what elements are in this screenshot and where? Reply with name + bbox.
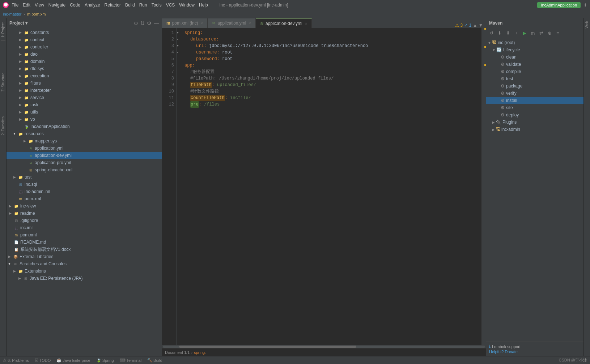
tree-item-service[interactable]: ▶ 📁 service bbox=[7, 94, 162, 101]
horizontal-scrollbar[interactable] bbox=[162, 345, 486, 348]
tree-item-dao[interactable]: ▶ 📁 dao bbox=[7, 51, 162, 58]
maven-item-test[interactable]: ▶ ⚙ test bbox=[486, 75, 583, 82]
maven-item-inc-root[interactable]: ▼ 🏗 inc (root) bbox=[486, 39, 583, 46]
tree-item-extlibs[interactable]: ▶ 📦 External Libraries bbox=[7, 253, 162, 260]
maven-item-plugins[interactable]: ▶ 🔌 Plugins bbox=[486, 119, 583, 126]
menu-tools[interactable]: Tools bbox=[152, 3, 162, 8]
maven-skip-tests-btn[interactable]: m bbox=[529, 30, 536, 37]
tree-item-gitignore[interactable]: ▶ ⊡ .gitignore bbox=[7, 217, 162, 224]
status-javaenterprise[interactable]: ☕ Java Enterprise bbox=[56, 358, 90, 363]
tree-item-dtosys[interactable]: ▶ 📁 dto.sys bbox=[7, 65, 162, 72]
project-tree[interactable]: ▶ 📁 constants ▶ 📁 context ▶ 📁 controller bbox=[7, 28, 162, 356]
menu-window[interactable]: Window bbox=[179, 3, 195, 8]
strip-project[interactable]: 1: Project bbox=[0, 21, 6, 39]
breadcrumb-root[interactable]: inc-master bbox=[3, 12, 21, 16]
run-button[interactable]: IncAdminApplication bbox=[537, 2, 581, 8]
maven-item-verify[interactable]: ▶ ⚙ verify bbox=[486, 90, 583, 97]
maven-item-inc-admin[interactable]: ▶ 🏗 inc-admin bbox=[486, 126, 583, 133]
menu-navigate[interactable]: Navigate bbox=[48, 3, 65, 8]
tab-appdevyml[interactable]: ≋ application-dev.yml × bbox=[256, 18, 312, 28]
maven-tree[interactable]: ▼ 🏗 inc (root) ▼ 🔄 Lifecycle ▶ ⚙ clean bbox=[486, 38, 583, 342]
fold-marker-12[interactable]: ▾ bbox=[177, 49, 182, 56]
menu-edit[interactable]: Edit bbox=[23, 3, 30, 8]
tree-item-readme[interactable]: ▶ 📁 readme bbox=[7, 210, 162, 217]
tree-item-incadminiml[interactable]: ▶ ⬚ inc-admin.iml bbox=[7, 188, 162, 195]
tree-item-filters[interactable]: ▶ 📁 filters bbox=[7, 80, 162, 87]
close-panel-icon[interactable]: — bbox=[154, 20, 159, 26]
sort-icon[interactable]: ⇅ bbox=[140, 20, 145, 26]
tab-appyml-close[interactable]: × bbox=[249, 21, 251, 25]
chevron-up-icon[interactable]: ▲ bbox=[473, 23, 477, 28]
tree-item-docx[interactable]: ▶ 📋 系统安装部署文档V1.docx bbox=[7, 246, 162, 253]
menu-bar[interactable]: File Edit View Navigate Code Analyze Ref… bbox=[12, 3, 208, 8]
maven-collapse-btn[interactable]: ≡ bbox=[554, 30, 561, 37]
tab-appdevyml-close[interactable]: × bbox=[305, 21, 307, 26]
tree-item-javaee[interactable]: ▶ ⊞ Java EE: Persistence (JPA) bbox=[7, 275, 162, 282]
maven-add-btn[interactable]: + bbox=[513, 30, 520, 37]
tree-item-domain[interactable]: ▶ 📁 domain bbox=[7, 58, 162, 65]
tree-item-incview[interactable]: ▶ 📁 inc-view bbox=[7, 202, 162, 210]
maven-lifecycle-btn[interactable]: ⊕ bbox=[546, 30, 553, 37]
maven-item-compile[interactable]: ▶ ⚙ compile bbox=[486, 68, 583, 75]
maven-item-site[interactable]: ▶ ⚙ site bbox=[486, 104, 583, 111]
status-todo[interactable]: ☑ TODO bbox=[35, 358, 51, 363]
tree-item-pompomxml[interactable]: ▶ m pom.xml bbox=[7, 231, 162, 239]
tree-item-appproyml[interactable]: ▶ ≋ application-pro.yml bbox=[7, 159, 162, 166]
strip-web[interactable]: Web bbox=[584, 18, 590, 31]
tree-item-controller[interactable]: ▶ 📁 controller bbox=[7, 43, 162, 51]
maven-download-sources-btn[interactable]: ⬇ bbox=[504, 30, 512, 37]
menu-file[interactable]: File bbox=[12, 3, 18, 8]
tree-item-exception[interactable]: ▶ 📁 exception bbox=[7, 72, 162, 80]
maven-item-lifecycle[interactable]: ▼ 🔄 Lifecycle bbox=[486, 46, 583, 53]
tree-item-inciml[interactable]: ▶ ⬚ inc.iml bbox=[7, 224, 162, 231]
tree-item-vo[interactable]: ▶ 📁 vo bbox=[7, 116, 162, 123]
maven-run-btn[interactable]: ▶ bbox=[521, 30, 528, 37]
maven-item-clean[interactable]: ▶ ⚙ clean bbox=[486, 53, 583, 61]
tree-item-context[interactable]: ▶ 📁 context bbox=[7, 36, 162, 43]
tree-item-incadmin[interactable]: ▶ 🍃 IncAdminApplication bbox=[7, 123, 162, 130]
maven-item-validate[interactable]: ▶ ⚙ validate bbox=[486, 61, 583, 68]
tree-item-incsql[interactable]: ▶ ⊟ inc.sql bbox=[7, 181, 162, 188]
status-spring[interactable]: 🍃 Spring bbox=[96, 358, 114, 363]
settings-icon[interactable]: ⚙ bbox=[147, 20, 152, 26]
status-problems[interactable]: ⚠ 6: Problems bbox=[3, 358, 29, 363]
tree-item-resources[interactable]: ▼ 📁 resources bbox=[7, 130, 162, 137]
menu-view[interactable]: View bbox=[35, 3, 44, 8]
menu-code[interactable]: Code bbox=[70, 3, 80, 8]
menu-run[interactable]: Run bbox=[139, 3, 147, 8]
menu-vcs[interactable]: VCS bbox=[166, 3, 175, 8]
maven-refresh-btn[interactable]: ↺ bbox=[488, 30, 495, 37]
fold-marker-2[interactable]: ▾ bbox=[177, 36, 182, 43]
maven-toggle-btn[interactable]: ⇄ bbox=[538, 30, 545, 37]
fold-marker-6[interactable]: ▾ bbox=[177, 43, 182, 49]
maven-item-install[interactable]: ▶ ⚙ install bbox=[486, 97, 583, 104]
menu-analyze[interactable]: Analyze bbox=[85, 3, 100, 8]
status-terminal[interactable]: ⌨ Terminal bbox=[120, 358, 142, 363]
tree-item-springxml[interactable]: ▶ ⊞ spring-ehcache.xml bbox=[7, 166, 162, 174]
maximize-icon[interactable]: ⬆ bbox=[583, 3, 587, 8]
tree-item-utils[interactable]: ▶ 📁 utils bbox=[7, 108, 162, 116]
menu-build[interactable]: Build bbox=[125, 3, 135, 8]
tree-item-test[interactable]: ▶ 📁 test bbox=[7, 174, 162, 181]
fold-marker-1[interactable]: ▾ bbox=[177, 30, 182, 36]
maven-download-btn[interactable]: ⬇ bbox=[496, 30, 503, 37]
strip-structure[interactable]: Z: Structure bbox=[0, 71, 6, 93]
tree-item-extensions[interactable]: ▶ 📁 Extensions bbox=[7, 267, 162, 275]
tree-item-intercepter[interactable]: ▶ 📁 intercepter bbox=[7, 87, 162, 94]
tree-item-task[interactable]: ▶ 📁 task bbox=[7, 101, 162, 108]
tree-item-appdevyml[interactable]: ▶ ≋ application-dev.yml bbox=[7, 152, 162, 159]
scrollbar-thumb[interactable] bbox=[179, 346, 356, 348]
tree-item-pomxml[interactable]: ▶ m pom.xml bbox=[7, 195, 162, 202]
tab-pom[interactable]: m pom.xml (inc) × bbox=[162, 18, 208, 28]
tree-item-appyml[interactable]: ▶ ≋ application.yml bbox=[7, 145, 162, 152]
tree-item-mappersys[interactable]: ▶ 📁 mapper.sys bbox=[7, 137, 162, 145]
tab-appyml[interactable]: ≋ application.yml × bbox=[208, 18, 256, 28]
code-area[interactable]: spring: datasource: url: jdbc:mysql://12… bbox=[182, 28, 481, 345]
tree-item-scratches[interactable]: ▼ ✏ Scratches and Consoles bbox=[7, 260, 162, 267]
tab-pom-close[interactable]: × bbox=[201, 21, 203, 25]
tree-item-readmemd[interactable]: ▶ 📄 README.md bbox=[7, 239, 162, 246]
strip-favorites[interactable]: 2: Favorites bbox=[0, 115, 6, 137]
sync-icon[interactable]: ⊙ bbox=[134, 20, 138, 26]
maven-item-package[interactable]: ▶ ⚙ package bbox=[486, 82, 583, 90]
tree-item-constants[interactable]: ▶ 📁 constants bbox=[7, 29, 162, 36]
